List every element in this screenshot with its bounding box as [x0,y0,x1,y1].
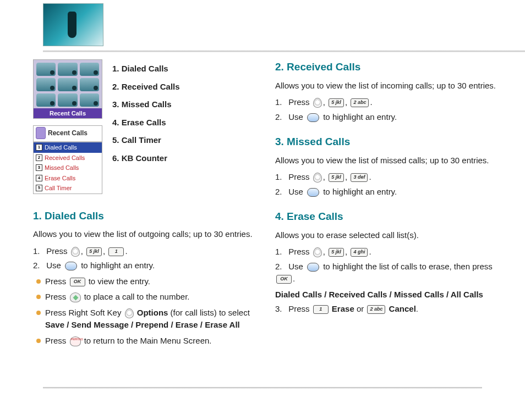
key-5-icon: 5 jkl [86,247,102,256]
step: 2. Use to highlight an entry. [33,259,255,272]
step: 3. Press 1 Erase or 2 abc Cancel. [275,303,497,316]
bullet: Press to return to the Main Menu Screen. [33,335,255,347]
key-1-icon: 1 [108,247,124,256]
list-thumb-header: Recent Calls [34,126,102,142]
key-5-icon: 5 jkl [329,248,344,257]
toc: 1. Dialed Calls 2. Received Calls 3. Mis… [112,57,180,170]
menu-grid-thumbnail: Recent Calls [33,59,102,119]
section-desc: Allows you to view the list of missed ca… [275,154,497,167]
key-2-icon: 2 abc [351,98,369,107]
section-heading: 3. Missed Calls [275,134,497,150]
section-heading: 4. Erase Calls [275,209,497,225]
step: 2. Use to highlight an entry. [275,186,497,198]
step: 1. Press , 5 jkl, 3 def. [275,171,497,184]
nav-key-icon [65,262,77,270]
grid-cell [58,63,77,76]
key-4-icon: 4 ghi [351,248,368,257]
list-row: 5Call Timer [34,183,102,194]
key-ok-icon: OK [70,278,85,286]
nav-key-icon [307,263,319,272]
grid-cell [58,78,77,91]
grid-cell [36,78,56,91]
step: 1. Press , 5 jkl, 2 abc. [275,96,497,109]
grid-cell [80,78,99,91]
right-column: 2. Received Calls Allows you to view the… [275,59,497,387]
left-top-row: Recent Calls Recent Calls 1Dialed Calls … [33,59,255,194]
nav-key-icon [307,113,319,122]
key-5-icon: 5 jkl [329,173,344,182]
section-desc: Allows you to view the list of incoming … [275,80,497,92]
erase-options: Dialed Calls / Received Calls / Missed C… [275,289,497,301]
grid-cell [36,93,56,107]
left-column: Recent Calls Recent Calls 1Dialed Calls … [33,59,255,387]
bullet: Press to place a call to the number. [33,291,255,303]
bullet: Press Right Soft Key Options (for call l… [33,307,255,331]
toc-item: 4. Erase Calls [112,117,180,129]
step: 2. Use to highlight the list of calls to… [275,261,497,301]
step-list: 1. Press , 5 jkl, 4 ghi. 2. Use to highl… [275,246,497,316]
header-image [43,3,103,46]
step: 1. Press , 5 jkl, 4 ghi. [275,246,497,258]
grid-cell [80,63,99,76]
grid-cell [36,63,56,76]
list-row: 3Missed Calls [34,163,102,173]
phone-icon [36,127,46,139]
bullet-list: Press OK to view the entry. Press to pla… [33,275,255,347]
section-heading: 1. Dialed Calls [33,208,255,224]
left-soft-key-icon [71,247,80,257]
step: 2. Use to highlight an entry. [275,111,497,124]
key-ok-icon: OK [276,275,292,284]
grid-cell [58,93,77,107]
list-row: 2Received Calls [34,153,102,163]
bullet: Press OK to view the entry. [33,275,255,288]
menu-list-thumbnail: Recent Calls 1Dialed Calls 2Received Cal… [33,125,102,194]
end-key-icon [70,336,81,346]
nav-key-icon [307,188,319,197]
list-row: 1Dialed Calls [34,142,102,153]
toc-item: 3. Missed Calls [112,98,180,111]
footer-rule [43,387,482,389]
toc-item: 6. KB Counter [112,152,180,165]
section-desc: Allows you to erase selected call list(s… [275,229,497,242]
grid-cell [80,93,99,107]
key-3-icon: 3 def [351,173,368,182]
left-soft-key-icon [313,247,322,257]
grid-label: Recent Calls [34,108,102,118]
left-soft-key-icon [313,98,322,108]
right-soft-key-icon [125,308,134,318]
list-thumb-title: Recent Calls [48,128,88,138]
list-row: 4Erase Calls [34,173,102,184]
step-list: 1. Press , 5 jkl, 1 . 2. Use to highligh… [33,245,255,272]
send-key-icon [70,292,81,302]
section-heading: 2. Received Calls [275,59,497,75]
step-list: 1. Press , 5 jkl, 3 def. 2. Use to highl… [275,171,497,198]
toc-item: 1. Dialed Calls [112,63,180,75]
key-5-icon: 5 jkl [329,98,344,107]
toc-item: 5. Call Timer [112,134,180,147]
left-soft-key-icon [313,173,322,183]
key-1-icon: 1 [313,305,329,314]
key-2-icon: 2 abc [367,305,385,314]
step-list: 1. Press , 5 jkl, 2 abc. 2. Use to highl… [275,96,497,123]
content-columns: Recent Calls Recent Calls 1Dialed Calls … [33,59,497,387]
header-rule [43,51,525,52]
left-thumbnails: Recent Calls Recent Calls 1Dialed Calls … [33,59,102,194]
section-desc: Allows you to view the list of outgoing … [33,228,255,241]
step: 1. Press , 5 jkl, 1 . [33,245,255,258]
toc-item: 2. Received Calls [112,81,180,93]
